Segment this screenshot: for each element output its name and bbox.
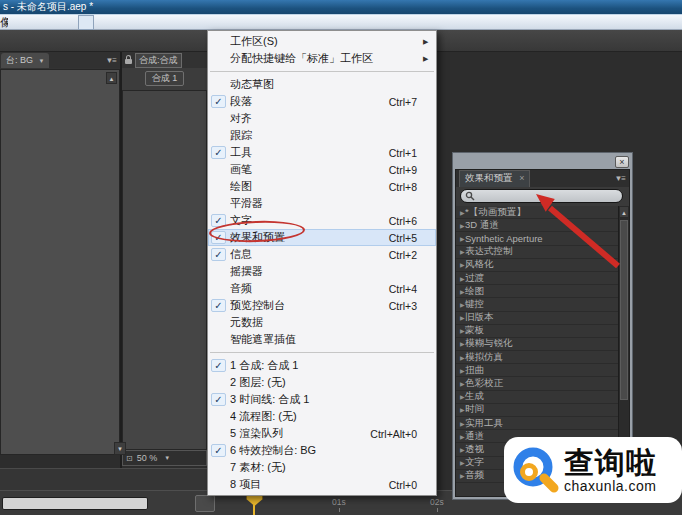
menu-bar-item[interactable] [64, 15, 78, 30]
effects-category-label: 模拟仿真 [465, 351, 503, 364]
viewer-zoom-control[interactable]: ⊡ 50 % ▼ [122, 450, 207, 466]
lock-icon[interactable] [125, 59, 132, 64]
menu-item-label: 动态草图 [230, 77, 417, 92]
menu-item[interactable]: ✓ 音频 Ctrl+4 ▶ [208, 280, 436, 297]
menu-item[interactable]: ✓ 摇摆器 ▶ [208, 263, 436, 280]
menu-item[interactable]: ✓ 分配快捷键给「标准」工作区 ▶ [208, 50, 436, 67]
window-title: s - 未命名项目.aep * [3, 1, 93, 12]
expand-arrow-icon: ▶ [456, 420, 465, 427]
menu-item[interactable]: ✓ 动态草图 ▶ [208, 76, 436, 93]
expand-arrow-icon: ▶ [456, 433, 465, 440]
menu-bar-item[interactable] [36, 15, 50, 30]
ruler-tick-02s: 02s [430, 497, 444, 507]
expand-arrow-icon: ▶ [456, 235, 465, 242]
timeline-search-input[interactable] [2, 497, 148, 510]
scroll-down-button[interactable]: ▼ [114, 442, 126, 455]
panel-menu-icon[interactable]: ▼≡ [105, 56, 120, 65]
effects-presets-tabrow: 效果和预置 × ▼≡ [456, 170, 629, 187]
menu-item[interactable]: ✓ 3 时间线: 合成 1 ▶ [208, 391, 436, 408]
expand-arrow-icon: ▶ [456, 222, 465, 229]
menu-separator [210, 71, 434, 72]
tab-effect-controls-bg[interactable]: 台: BG ▼ [1, 53, 49, 68]
menu-item[interactable]: ✓ 元数据 ▶ [208, 314, 436, 331]
menu-item[interactable]: ✓ 4 流程图: (无) ▶ [208, 408, 436, 425]
ruler-tick-01s: 01s [332, 497, 346, 507]
watermark: 查询啦 chaxunla.com [504, 437, 682, 503]
menu-item[interactable]: ✓ 智能遮罩插值 ▶ [208, 331, 436, 348]
menu-bar-item[interactable] [8, 15, 22, 30]
effects-category-row[interactable]: ▶ 旧版本 [456, 312, 618, 325]
effects-category-row[interactable]: ▶ 生成 [456, 391, 618, 404]
search-icon [465, 191, 475, 201]
expand-arrow-icon: ▶ [456, 367, 465, 374]
menu-item[interactable]: ✓ 工作区(S) ▶ [208, 33, 436, 50]
effects-category-row[interactable]: ▶ 蒙板 [456, 325, 618, 338]
floating-window-titlebar[interactable]: × [455, 155, 630, 169]
menu-item[interactable]: ✓ 绘图 Ctrl+8 ▶ [208, 178, 436, 195]
menu-item[interactable]: ✓ 工具 Ctrl+1 ▶ [208, 144, 436, 161]
effects-category-row[interactable]: ▶ 实用工具 [456, 417, 618, 430]
effects-category-label: 绘图 [465, 285, 484, 298]
menu-item[interactable]: ✓ 跟踪 ▶ [208, 127, 436, 144]
menu-item[interactable]: ✓ 6 特效控制台: BG ▶ [208, 442, 436, 459]
expand-arrow-icon: ▶ [456, 380, 465, 387]
ruler-tickmark [437, 508, 438, 512]
composition-viewport [122, 90, 207, 450]
menu-item[interactable]: ✓ 2 图层: (无) ▶ [208, 374, 436, 391]
menu-item-shortcut: Ctrl+Alt+0 [370, 428, 423, 440]
expand-arrow-icon: ▶ [456, 288, 465, 295]
composition-panel: 合成:合成 合成 1 [122, 52, 207, 450]
menu-item[interactable]: ✓ 7 素材: (无) ▶ [208, 459, 436, 476]
menu-bar-item[interactable] [94, 15, 108, 30]
menu-item[interactable]: ✓ 平滑器 ▶ [208, 195, 436, 212]
frame-blend-icon[interactable] [195, 495, 215, 512]
expand-arrow-icon: ▶ [456, 446, 465, 453]
menu-item[interactable]: ✓ 1 合成: 合成 1 ▶ [208, 357, 436, 374]
watermark-text: 查询啦 chaxunla.com [564, 447, 657, 494]
tab-close-icon[interactable]: × [519, 173, 524, 183]
menu-item-label: 对齐 [230, 111, 417, 126]
parent-link-icon[interactable] [168, 495, 188, 512]
panel-menu-icon[interactable]: ▼≡ [614, 174, 629, 183]
effects-category-row[interactable]: ▶ 扭曲 [456, 364, 618, 377]
watermark-logo-icon [510, 445, 560, 495]
effect-controls-tabstrip: 台: BG ▼ ▼≡ [0, 52, 120, 68]
menu-item[interactable]: ✓ 信息 Ctrl+2 ▶ [208, 246, 436, 263]
menu-window[interactable] [78, 15, 94, 30]
effects-category-label: 生成 [465, 390, 484, 403]
menu-item[interactable]: ✓ 对齐 ▶ [208, 110, 436, 127]
composition-name-button[interactable]: 合成 1 [145, 71, 185, 86]
motion-blur-icon[interactable] [222, 495, 242, 512]
menu-item[interactable]: ✓ 画笔 Ctrl+9 ▶ [208, 161, 436, 178]
effects-category-label: 音频 [465, 469, 484, 482]
timeline-left-strip [0, 468, 207, 490]
menu-item[interactable]: ✓ 段落 Ctrl+7 ▶ [208, 93, 436, 110]
effects-category-row[interactable]: ▶ 色彩校正 [456, 377, 618, 390]
menu-item[interactable]: ✓ 8 项目 Ctrl+0 ▶ [208, 476, 436, 493]
tab-effects-presets[interactable]: 效果和预置 × [459, 170, 530, 187]
scroll-up-button[interactable]: ▲ [106, 72, 117, 84]
close-icon[interactable]: × [615, 156, 629, 168]
menu-item-label: 摇摆器 [230, 264, 417, 279]
effects-category-label: 通道 [465, 430, 484, 443]
effects-category-row[interactable]: ▶ 时间 [456, 404, 618, 417]
effects-category-label: 实用工具 [465, 417, 503, 430]
expand-arrow-icon: ▶ [456, 261, 465, 268]
menu-item[interactable]: ✓ 预览控制台 Ctrl+3 ▶ [208, 297, 436, 314]
effects-category-row[interactable]: ▶ 绘图 [456, 285, 618, 298]
effects-category-row[interactable]: ▶ 模糊与锐化 [456, 338, 618, 351]
menu-item-shortcut: Ctrl+7 [389, 96, 423, 108]
menu-item-label: 工具 [230, 145, 389, 160]
zoom-value: 50 % [137, 453, 158, 463]
checkmark-icon: ✓ [211, 146, 226, 159]
effects-category-label: 文字 [465, 456, 484, 469]
menu-bar-item[interactable] [22, 15, 36, 30]
menu-item-label: 信息 [230, 247, 389, 262]
draft-3d-icon[interactable] [276, 495, 296, 512]
effects-category-row[interactable]: ▶ 键控 [456, 298, 618, 311]
menu-item[interactable]: ✓ 5 渲染队列 Ctrl+Alt+0 ▶ [208, 425, 436, 442]
effects-category-row[interactable]: ▶ 模拟仿真 [456, 351, 618, 364]
menu-bar-item[interactable] [50, 15, 64, 30]
annotation-arrow [518, 186, 630, 274]
tab-composition[interactable]: 合成:合成 [135, 53, 182, 68]
